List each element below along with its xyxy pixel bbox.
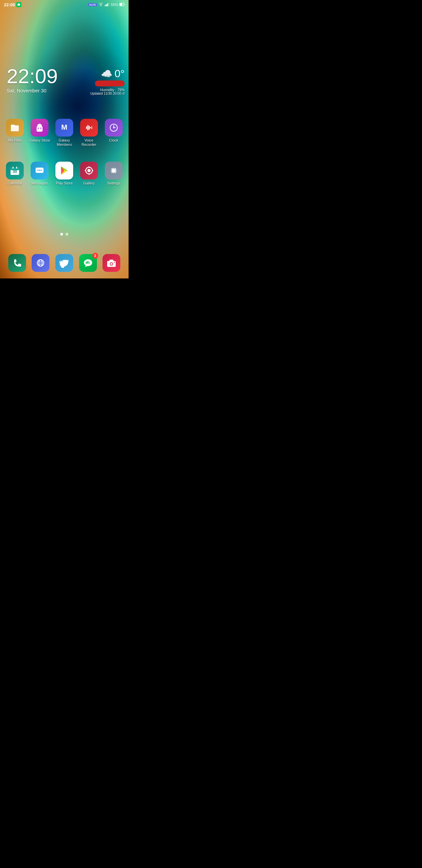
playstore-inner	[55, 162, 73, 180]
app-clock[interactable]: Clock	[102, 119, 125, 147]
dock-internet[interactable]	[29, 254, 52, 272]
status-bar: 22:09 VoLTE 55%	[0, 0, 129, 9]
dock-camera[interactable]	[100, 254, 123, 272]
svg-rect-11	[11, 125, 15, 127]
internet-icon	[32, 254, 50, 272]
weather-widget[interactable]: ☁️ 0° Humidity : 79% Updated 11/30 20:00…	[90, 68, 125, 95]
svg-rect-51	[109, 260, 113, 261]
app-galaxystore[interactable]: Galaxy Store	[28, 119, 51, 147]
clock-widget: 22:09 Sat, November 30	[7, 66, 58, 93]
svg-text:M: M	[61, 123, 67, 131]
svg-rect-16	[89, 126, 90, 130]
playstore-label: Play Store	[56, 181, 73, 185]
calendar-label: Calendar	[8, 181, 23, 185]
myfiles-icon	[6, 119, 24, 136]
weather-condition-icon: ☁️	[101, 68, 112, 79]
battery-icon	[119, 3, 125, 7]
svg-rect-8	[124, 4, 125, 5]
settings-icon	[105, 162, 123, 180]
voicerecorder-label: Voice Recorder	[78, 138, 100, 147]
status-right: VoLTE 55%	[88, 2, 125, 7]
clock-icon	[105, 119, 123, 136]
svg-rect-46	[86, 262, 87, 264]
svg-point-2	[101, 6, 101, 6]
galaxymembers-icon: M	[55, 119, 73, 136]
svg-rect-12	[37, 126, 42, 132]
svg-point-52	[114, 262, 115, 263]
svg-point-29	[40, 169, 42, 171]
weather-annotation-bar	[95, 81, 125, 87]
calendar-icon: 30	[6, 162, 24, 180]
page-dot-2	[66, 233, 68, 236]
svg-rect-24	[12, 166, 13, 168]
phone-icon	[8, 254, 26, 272]
page-indicator	[0, 233, 129, 236]
svg-rect-4	[106, 4, 107, 7]
galaxymembers-label: Galaxy Members	[53, 138, 75, 147]
clock-label: Clock	[109, 138, 118, 143]
app-galaxymembers[interactable]: M Galaxy Members	[53, 119, 75, 147]
app-playstore[interactable]: Play Store	[53, 162, 75, 185]
status-time: 22:09	[4, 2, 15, 7]
svg-text:30: 30	[13, 169, 18, 174]
twitter-icon	[55, 254, 73, 272]
app-row-1: My Files Galaxy Store M Galaxy Members	[0, 119, 129, 147]
signal-icon	[105, 2, 109, 7]
wifi-icon	[98, 2, 103, 7]
playstore-icon	[55, 162, 73, 180]
voicerecorder-icon	[80, 119, 98, 136]
svg-rect-9	[120, 3, 122, 6]
svg-rect-25	[16, 166, 17, 168]
app-myfiles[interactable]: My Files	[4, 119, 26, 147]
dock: 3	[0, 254, 129, 272]
svg-point-35	[87, 169, 91, 172]
status-left: 22:09	[4, 2, 22, 7]
svg-rect-6	[108, 3, 109, 7]
svg-rect-18	[91, 126, 92, 129]
svg-rect-3	[105, 5, 106, 6]
camera-icon	[102, 254, 120, 272]
weather-top: ☁️ 0°	[90, 68, 125, 80]
svg-rect-17	[90, 127, 91, 128]
myfiles-label: My Files	[8, 138, 22, 143]
line-icon: 3	[79, 254, 97, 272]
home-clock-time: 22:09	[7, 66, 58, 87]
home-clock-date: Sat, November 30	[7, 88, 58, 93]
svg-rect-5	[107, 3, 108, 6]
svg-point-27	[37, 169, 39, 171]
dock-twitter[interactable]	[53, 254, 75, 272]
messages-icon	[31, 162, 48, 180]
gallery-icon	[80, 162, 98, 180]
page-dot-1	[60, 233, 63, 236]
app-settings[interactable]: Settings	[102, 162, 125, 185]
volte-badge: VoLTE	[88, 3, 97, 6]
svg-rect-14	[86, 126, 87, 129]
battery-percentage: 55%	[111, 3, 118, 7]
svg-rect-15	[87, 125, 88, 130]
svg-point-20	[113, 127, 115, 128]
line-notification-icon	[16, 2, 22, 7]
dock-phone[interactable]	[6, 254, 28, 272]
app-gallery[interactable]: Gallery	[78, 162, 100, 185]
app-voicerecorder[interactable]: Voice Recorder	[78, 119, 100, 147]
line-badge: 3	[92, 253, 98, 259]
dock-line[interactable]: 3	[77, 254, 99, 272]
app-row-2: 30 Calendar Messages	[0, 162, 129, 185]
settings-label: Settings	[107, 181, 120, 185]
weather-updated: Updated 11/30 20:00 ↺	[90, 92, 125, 95]
weather-temperature: 0°	[115, 68, 125, 80]
gallery-label: Gallery	[83, 181, 95, 185]
app-messages[interactable]: Messages	[28, 162, 51, 185]
app-calendar[interactable]: 30 Calendar	[4, 162, 26, 185]
galaxystore-label: Galaxy Store	[29, 138, 50, 143]
messages-label: Messages	[31, 181, 48, 185]
weather-humidity: Humidity : 79%	[90, 88, 125, 92]
svg-point-28	[39, 169, 40, 171]
svg-rect-1	[18, 3, 20, 4]
svg-rect-47	[87, 261, 88, 264]
galaxystore-icon	[31, 119, 48, 136]
svg-point-50	[110, 263, 112, 265]
